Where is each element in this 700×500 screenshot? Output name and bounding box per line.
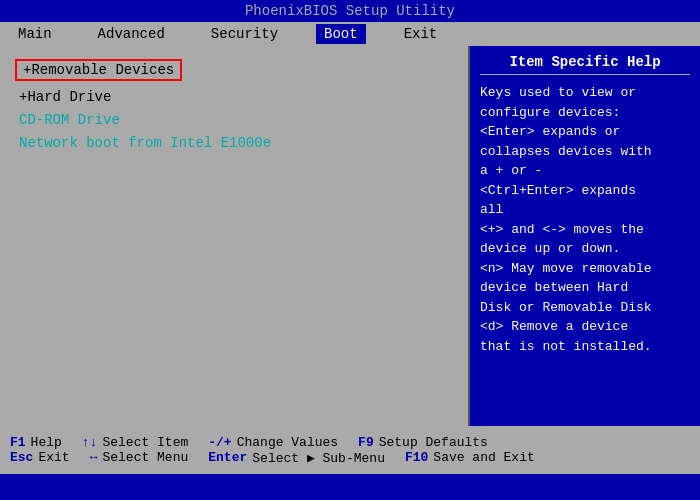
key-f9: F9 <box>358 435 374 450</box>
left-panel: +Removable Devices +Hard Drive CD-ROM Dr… <box>0 46 470 426</box>
app-title: PhoenixBIOS Setup Utility <box>245 3 455 19</box>
menu-item-boot[interactable]: Boot <box>316 24 366 44</box>
label-change-values: Change Values <box>237 435 338 450</box>
label-select-item: Select Item <box>102 435 188 450</box>
footer-row2: Esc Exit ↔ Select Menu Enter Select ▶ Su… <box>10 450 690 466</box>
key-esc: Esc <box>10 450 33 465</box>
key-enter: Enter <box>208 450 247 465</box>
label-select-menu: Select Menu <box>102 450 188 465</box>
label-exit: Exit <box>38 450 69 465</box>
icon-leftright: ↔ <box>90 450 98 465</box>
footer-leftright: ↔ Select Menu <box>90 450 189 465</box>
menu-item-main[interactable]: Main <box>10 24 60 44</box>
footer-updown: ↑↓ Select Item <box>82 435 188 450</box>
label-select-submenu: Select ▶ Sub-Menu <box>252 450 385 466</box>
footer-f9: F9 Setup Defaults <box>358 435 488 450</box>
label-help: Help <box>31 435 62 450</box>
title-bar: PhoenixBIOS Setup Utility <box>0 0 700 22</box>
boot-item-network[interactable]: Network boot from Intel E1000e <box>15 133 453 153</box>
footer-f1: F1 Help <box>10 435 62 450</box>
footer-esc: Esc Exit <box>10 450 70 465</box>
menu-bar: Main Advanced Security Boot Exit <box>0 22 700 46</box>
boot-item-removable[interactable]: +Removable Devices <box>15 59 182 81</box>
key-f10: F10 <box>405 450 428 465</box>
menu-item-security[interactable]: Security <box>203 24 286 44</box>
boot-item-harddrive[interactable]: +Hard Drive <box>15 87 453 107</box>
help-panel-text: Keys used to view or configure devices: … <box>480 83 690 356</box>
footer: F1 Help ↑↓ Select Item -/+ Change Values… <box>0 426 700 474</box>
menu-item-exit[interactable]: Exit <box>396 24 446 44</box>
footer-row1: F1 Help ↑↓ Select Item -/+ Change Values… <box>10 435 690 450</box>
label-setup-defaults: Setup Defaults <box>379 435 488 450</box>
main-content: +Removable Devices +Hard Drive CD-ROM Dr… <box>0 46 700 426</box>
footer-enter: Enter Select ▶ Sub-Menu <box>208 450 385 466</box>
help-panel-title: Item Specific Help <box>480 54 690 75</box>
key-minusplus: -/+ <box>208 435 231 450</box>
key-f1: F1 <box>10 435 26 450</box>
right-panel: Item Specific Help Keys used to view or … <box>470 46 700 426</box>
footer-changevalues: -/+ Change Values <box>208 435 338 450</box>
menu-item-advanced[interactable]: Advanced <box>90 24 173 44</box>
footer-f10: F10 Save and Exit <box>405 450 535 465</box>
label-save-exit: Save and Exit <box>433 450 534 465</box>
icon-updown: ↑↓ <box>82 435 98 450</box>
boot-item-cdrom[interactable]: CD-ROM Drive <box>15 110 453 130</box>
